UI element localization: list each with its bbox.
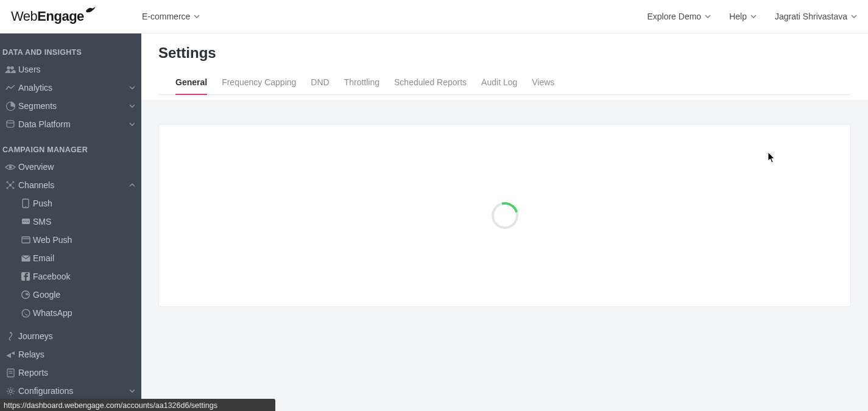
- chevron-up-icon: [129, 183, 135, 187]
- tab-views[interactable]: Views: [532, 70, 554, 94]
- explore-demo-label: Explore Demo: [647, 12, 701, 21]
- chevron-down-icon: [129, 104, 135, 108]
- user-name: Jagrati Shrivastava: [775, 12, 847, 21]
- loading-card: [158, 124, 851, 307]
- email-icon: [18, 255, 33, 262]
- page-title: Settings: [158, 44, 851, 61]
- google-icon: [18, 290, 33, 299]
- sidebar-item-label: Overview: [18, 162, 135, 172]
- sidebar-item-data-platform[interactable]: Data Platform: [0, 115, 141, 133]
- tab-frequency-capping[interactable]: Frequency Capping: [222, 70, 296, 94]
- tabs: General Frequency Capping DND Throttling…: [158, 70, 851, 95]
- svg-point-13: [23, 221, 24, 222]
- facebook-icon: [18, 272, 33, 281]
- sidebar-item-overview[interactable]: Overview: [0, 158, 141, 176]
- sidebar-subitem-label: Google: [33, 290, 60, 300]
- tab-dnd[interactable]: DND: [311, 70, 329, 94]
- svg-point-22: [10, 332, 12, 334]
- svg-point-15: [27, 221, 29, 222]
- content-area: [141, 100, 868, 411]
- chevron-down-icon: [851, 15, 857, 18]
- help-label: Help: [729, 12, 747, 21]
- segments-icon: [2, 102, 18, 111]
- analytics-icon: [2, 85, 18, 91]
- sidebar-subitem-label: Email: [33, 253, 54, 263]
- sidebar-subitem-label: Facebook: [33, 272, 70, 281]
- svg-point-3: [7, 121, 14, 123]
- push-icon: [18, 198, 33, 208]
- svg-point-8: [7, 188, 9, 189]
- sidebar-item-label: Relays: [18, 350, 135, 359]
- sidebar-subitem-push[interactable]: Push: [0, 194, 141, 213]
- sidebar-item-segments[interactable]: Segments: [0, 97, 141, 115]
- chevron-down-icon: [750, 15, 757, 18]
- sidebar-subitem-web-push[interactable]: Web Push: [0, 231, 141, 249]
- svg-point-21: [22, 309, 30, 317]
- sidebar: DATA AND INSIGHTS Users Analytics Segmen…: [0, 33, 141, 411]
- svg-rect-16: [22, 237, 30, 243]
- sidebar-item-analytics[interactable]: Analytics: [0, 79, 141, 97]
- user-menu[interactable]: Jagrati Shrivastava: [775, 12, 857, 21]
- top-right: Explore Demo Help Jagrati Shrivastava: [647, 12, 857, 21]
- page-header: Settings General Frequency Capping DND T…: [141, 33, 868, 100]
- sidebar-item-configurations[interactable]: Configurations: [0, 382, 141, 400]
- sidebar-item-label: Channels: [18, 180, 129, 190]
- sidebar-subitem-sms[interactable]: SMS: [0, 213, 141, 231]
- tab-scheduled-reports[interactable]: Scheduled Reports: [394, 70, 467, 94]
- sidebar-item-label: Users: [18, 65, 135, 74]
- logo-bird-icon: [85, 7, 96, 15]
- svg-point-26: [9, 390, 12, 393]
- status-url: https://dashboard.webengage.com/accounts…: [0, 399, 275, 411]
- whatsapp-icon: [18, 309, 33, 318]
- sidebar-subitem-label: SMS: [33, 217, 51, 227]
- help-menu[interactable]: Help: [729, 12, 757, 21]
- sidebar-item-label: Segments: [18, 101, 129, 111]
- sidebar-item-journeys[interactable]: Journeys: [0, 327, 141, 345]
- configurations-icon: [2, 387, 18, 396]
- svg-point-7: [13, 181, 15, 183]
- tab-general[interactable]: General: [175, 70, 207, 94]
- sidebar-subitem-whatsapp[interactable]: WhatsApp: [0, 304, 141, 322]
- data-platform-icon: [2, 120, 18, 128]
- sidebar-item-label: Analytics: [18, 83, 129, 93]
- svg-point-9: [13, 188, 15, 189]
- sidebar-section-data-insights: DATA AND INSIGHTS: [0, 43, 141, 60]
- sidebar-subitem-label: Push: [33, 198, 52, 208]
- reports-icon: [2, 368, 18, 378]
- svg-point-14: [25, 221, 26, 222]
- sidebar-subitem-email[interactable]: Email: [0, 249, 141, 267]
- explore-demo-menu[interactable]: Explore Demo: [647, 12, 711, 21]
- sidebar-item-users[interactable]: Users: [0, 60, 141, 79]
- sidebar-item-label: Configurations: [18, 386, 129, 396]
- sidebar-item-relays[interactable]: Relays: [0, 345, 141, 364]
- workspace-selector[interactable]: E-commerce: [142, 12, 200, 21]
- tab-throttling[interactable]: Throttling: [344, 70, 379, 94]
- sidebar-subitem-google[interactable]: Google: [0, 286, 141, 304]
- chevron-down-icon: [129, 86, 135, 90]
- logo[interactable]: WebEngage: [11, 9, 142, 24]
- overview-icon: [2, 164, 18, 170]
- svg-point-4: [9, 166, 12, 169]
- sidebar-item-channels[interactable]: Channels: [0, 176, 141, 194]
- logo-text: WebEngage: [11, 9, 84, 24]
- chevron-down-icon: [194, 15, 200, 18]
- sidebar-item-reports[interactable]: Reports: [0, 364, 141, 382]
- chevron-down-icon: [129, 122, 135, 126]
- sidebar-subitem-label: Web Push: [33, 235, 72, 245]
- sidebar-subitem-facebook[interactable]: Facebook: [0, 267, 141, 286]
- sidebar-section-campaign-manager: CAMPAIGN MANAGER: [0, 141, 141, 158]
- channels-icon: [2, 180, 18, 190]
- journeys-icon: [2, 332, 18, 341]
- tab-audit-log[interactable]: Audit Log: [481, 70, 517, 94]
- svg-point-0: [7, 66, 10, 70]
- loading-spinner-icon: [486, 197, 523, 234]
- main-content: Settings General Frequency Capping DND T…: [141, 33, 868, 411]
- svg-point-11: [25, 206, 26, 207]
- chevron-down-icon: [129, 389, 135, 393]
- svg-point-1: [10, 66, 14, 70]
- chevron-down-icon: [705, 15, 711, 18]
- users-icon: [2, 66, 18, 73]
- web-push-icon: [18, 236, 33, 244]
- top-bar: WebEngage E-commerce Explore Demo Help J…: [0, 0, 868, 33]
- svg-point-6: [7, 181, 9, 183]
